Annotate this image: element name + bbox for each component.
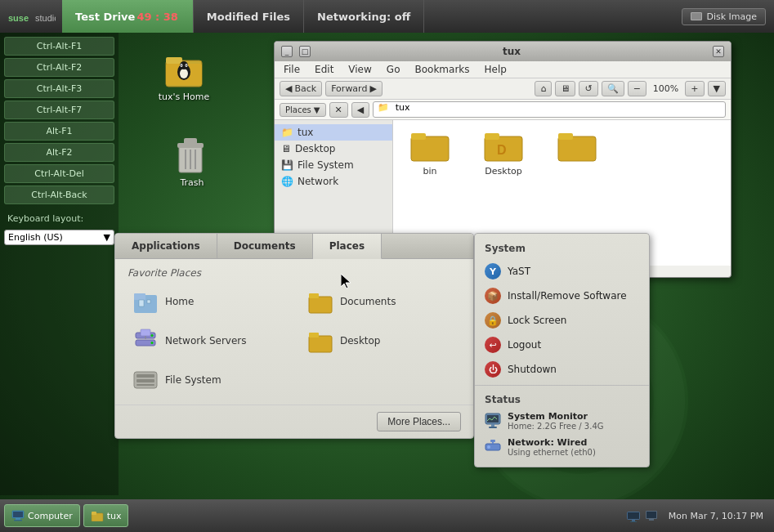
- svg-rect-30: [134, 293, 145, 300]
- system-item-shutdown[interactable]: ⏻ Shutdown: [475, 357, 649, 382]
- desktop-file-label: Desktop: [485, 166, 521, 177]
- fm-location-input[interactable]: 📁 tux: [373, 101, 726, 118]
- network-servers-icon: [132, 328, 159, 354]
- fm-file-bin[interactable]: bin: [401, 128, 459, 177]
- places-item-desktop[interactable]: Desktop: [302, 324, 461, 357]
- taskbar-tux-window-item[interactable]: tux: [83, 504, 129, 527]
- more-icon: ▼: [714, 83, 720, 94]
- fm-back-btn[interactable]: ◀ Back: [280, 81, 322, 96]
- fm-places-btn[interactable]: Places ▼: [280, 103, 326, 117]
- system-panel: System Y YaST 📦 Install/Remove Software …: [474, 233, 650, 467]
- svg-rect-58: [490, 440, 495, 442]
- bottom-taskbar: Computer tux Mon Mar 7, 10:17 PM: [0, 499, 774, 532]
- svg-rect-63: [14, 520, 22, 521]
- keyboard-layout-select[interactable]: English (US) ▼: [4, 230, 114, 245]
- tab-test-drive[interactable]: Test Drive 49 : 38: [62, 0, 194, 33]
- fm-sidebar-desktop[interactable]: 🖥 Desktop: [275, 141, 392, 157]
- fm-sidebar-filesystem[interactable]: 💾 File System: [275, 157, 392, 173]
- places-item-documents[interactable]: Documents: [302, 285, 461, 318]
- fm-menu-file[interactable]: File: [281, 63, 302, 76]
- fm-sidebar-network[interactable]: 🌐 Network: [275, 173, 392, 190]
- shortcut-alt-f2[interactable]: Alt-F2: [4, 143, 114, 162]
- zoom-in-icon: +: [691, 83, 698, 94]
- shortcut-ctrl-alt-f1[interactable]: Ctrl-Alt-F1: [4, 37, 114, 56]
- fm-menu-help[interactable]: Help: [482, 63, 509, 76]
- wm-minimize-btn[interactable]: _: [281, 46, 293, 57]
- fm-more-btn[interactable]: ▼: [708, 81, 726, 96]
- fm-refresh-btn[interactable]: ↺: [579, 81, 597, 96]
- shortcut-ctrl-alt-back[interactable]: Ctrl-Alt-Back: [4, 186, 114, 204]
- shortcut-ctrl-alt-f7[interactable]: Ctrl-Alt-F7: [4, 101, 114, 119]
- fm-menu-bookmarks[interactable]: Bookmarks: [412, 63, 472, 76]
- desktop-icon-tux-home[interactable]: tux's Home: [151, 49, 217, 102]
- forward-label: Forward: [331, 83, 367, 94]
- disk-icon: [691, 12, 702, 20]
- keyboard-value: English (US): [8, 232, 63, 243]
- shortcut-ctrl-alt-f3[interactable]: Ctrl-Alt-F3: [4, 79, 114, 98]
- left-panel: Ctrl-Alt-F1 Ctrl-Alt-F2 Ctrl-Alt-F3 Ctrl…: [0, 33, 119, 495]
- refresh-icon: ↺: [584, 83, 592, 94]
- svg-rect-34: [309, 293, 319, 298]
- tab-applications[interactable]: Applications: [115, 234, 217, 258]
- system-monitor-title: System Monitor: [508, 411, 604, 422]
- desktop-folder-icon: [307, 328, 333, 354]
- disk-image-button[interactable]: Disk Image: [682, 8, 766, 25]
- wm-maximize-btn[interactable]: □: [299, 46, 311, 57]
- more-places-button[interactable]: More Places...: [377, 412, 461, 431]
- system-item-install-remove[interactable]: 📦 Install/Remove Software: [475, 284, 649, 308]
- fm-file-extra[interactable]: [548, 128, 606, 166]
- fm-search-btn[interactable]: 🔍: [602, 81, 624, 96]
- system-item-logout[interactable]: ↩ Logout: [475, 333, 649, 357]
- fm-sidebar-tux[interactable]: 📁 tux: [275, 124, 392, 141]
- install-remove-icon: 📦: [485, 288, 501, 304]
- fm-computer-btn[interactable]: 🖥: [555, 81, 575, 96]
- status-item-system-monitor[interactable]: System Monitor Home: 2.2G Free / 3.4G: [475, 408, 649, 434]
- extra-folder-icon: [557, 128, 597, 163]
- display-icon: [644, 509, 659, 522]
- svg-rect-67: [628, 512, 639, 519]
- zoom-out-icon: −: [633, 83, 641, 94]
- svg-text:suse: suse: [8, 13, 29, 23]
- fm-menu-go[interactable]: Go: [384, 63, 403, 76]
- tab-modified-files[interactable]: Modified Files: [194, 0, 304, 33]
- wm-close-btn[interactable]: ✕: [713, 46, 724, 57]
- fm-bookmark-btn[interactable]: ✕: [329, 102, 348, 118]
- svg-rect-46: [136, 384, 154, 386]
- desktop-icon-trash[interactable]: Trash: [159, 135, 225, 188]
- places-item-network-servers[interactable]: Network Servers: [128, 324, 286, 357]
- fm-forward-btn[interactable]: Forward ▶: [325, 81, 383, 96]
- fm-title: tux: [317, 46, 706, 57]
- fm-file-desktop[interactable]: D Desktop: [475, 128, 532, 177]
- shortcut-ctrl-alt-f2[interactable]: Ctrl-Alt-F2: [4, 58, 114, 77]
- tux-window-label: tux: [107, 511, 122, 521]
- fm-zoom-out-btn[interactable]: −: [628, 81, 646, 96]
- disk-image-label: Disk Image: [706, 11, 757, 22]
- places-panel: Applications Documents Places Favorite P…: [114, 233, 474, 439]
- tab-documents[interactable]: Documents: [217, 234, 313, 258]
- svg-rect-31: [139, 300, 144, 306]
- system-item-yast[interactable]: Y YaST: [475, 259, 649, 284]
- status-item-network-wired[interactable]: Network: Wired Using ethernet (eth0): [475, 434, 649, 460]
- places-item-file-system[interactable]: File System: [128, 364, 286, 396]
- system-item-lock-screen[interactable]: 🔒 Lock Screen: [475, 308, 649, 333]
- fm-nav-prev-btn[interactable]: ◀: [351, 102, 369, 118]
- trash-icon: [172, 135, 212, 174]
- svg-rect-54: [489, 427, 497, 428]
- network-wired-title: Network: Wired: [508, 437, 596, 448]
- fm-menu-view[interactable]: View: [346, 63, 374, 76]
- tab-networking[interactable]: Networking: off: [304, 0, 424, 33]
- fm-menu-edit[interactable]: Edit: [312, 63, 336, 76]
- taskbar-clock: Mon Mar 7, 10:17 PM: [662, 511, 770, 521]
- places-item-home[interactable]: Home: [128, 285, 286, 318]
- fm-home-btn[interactable]: ⌂: [535, 81, 552, 96]
- documents-tab-label: Documents: [234, 240, 296, 252]
- taskbar-computer-item[interactable]: Computer: [4, 504, 80, 527]
- fm-zoom-in-btn[interactable]: +: [685, 81, 704, 96]
- svg-rect-53: [491, 424, 494, 427]
- svg-rect-72: [649, 519, 654, 521]
- shortcut-alt-f1[interactable]: Alt-F1: [4, 122, 114, 141]
- tab-places[interactable]: Places: [313, 234, 382, 259]
- shutdown-label: Shutdown: [508, 364, 557, 375]
- shortcut-ctrl-alt-del[interactable]: Ctrl-Alt-Del: [4, 164, 114, 183]
- network-wired-sub: Using ethernet (eth0): [508, 448, 596, 457]
